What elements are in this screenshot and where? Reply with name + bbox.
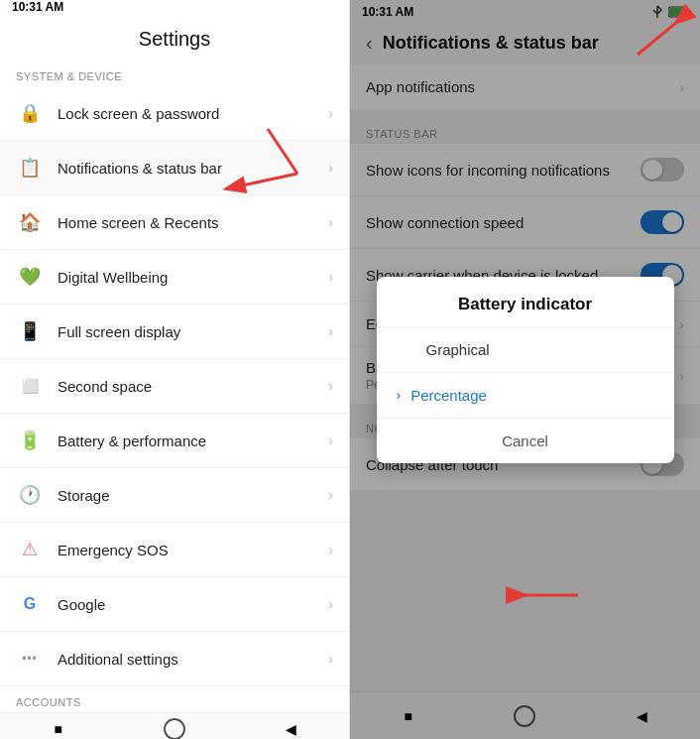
right-panel: 10:31 AM ‹ Notifications & status bar <box>350 0 700 739</box>
additional-label: Additional settings <box>58 651 328 668</box>
nav-back-btn[interactable]: ◀ <box>275 713 306 739</box>
google-label: Google <box>58 596 328 613</box>
home-screen-label: Home screen & Recents <box>58 214 328 231</box>
section-system-label: SYSTEM & DEVICE <box>0 61 349 86</box>
storage-icon: 🕐 <box>16 481 44 509</box>
nav-stop-btn[interactable]: ■ <box>43 713 74 739</box>
additional-arrow: › <box>328 651 333 667</box>
notifications-icon: 📋 <box>16 154 44 182</box>
back-icon: ◀ <box>286 721 296 737</box>
lock-screen-arrow: › <box>328 105 333 121</box>
battery-label: Battery & performance <box>58 432 328 449</box>
percentage-check-icon: › <box>397 387 402 403</box>
battery-indicator-dialog: Battery indicator Graphical › Percentage <box>377 277 674 463</box>
full-screen-arrow: › <box>328 323 333 339</box>
dialog-option-percentage[interactable]: › Percentage <box>377 373 674 419</box>
home-icon <box>164 718 185 739</box>
home-screen-icon: 🏠 <box>16 208 44 236</box>
dialog-cancel-option[interactable]: Cancel <box>377 419 674 463</box>
digital-wellbeing-icon: 💚 <box>16 263 44 291</box>
dialog-option-percentage-label: Percentage <box>410 387 487 404</box>
menu-item-storage[interactable]: 🕐 Storage › <box>0 468 349 523</box>
dialog-option-graphical[interactable]: Graphical <box>377 327 674 373</box>
dialog-overlay: Battery indicator Graphical › Percentage <box>350 0 700 739</box>
page-title-left: Settings <box>0 14 349 61</box>
menu-item-additional[interactable]: ••• Additional settings › <box>0 632 349 686</box>
full-screen-icon: 📱 <box>16 317 44 345</box>
menu-item-home-screen[interactable]: 🏠 Home screen & Recents › <box>0 195 349 250</box>
dialog-title: Battery indicator <box>377 277 674 327</box>
home-screen-arrow: › <box>328 214 333 230</box>
dialog-option-graphical-label: Graphical <box>426 341 490 358</box>
menu-item-full-screen[interactable]: 📱 Full screen display › <box>0 305 349 359</box>
section-accounts-label: ACCOUNTS <box>0 686 349 712</box>
storage-label: Storage <box>58 487 328 504</box>
notifications-label: Notifications & status bar <box>58 160 328 177</box>
emergency-sos-arrow: › <box>328 542 333 557</box>
second-space-icon: ⬜ <box>16 372 44 400</box>
menu-item-google[interactable]: G Google › <box>0 577 349 632</box>
emergency-sos-label: Emergency SOS <box>58 542 328 558</box>
second-space-label: Second space <box>58 378 328 395</box>
second-space-arrow: › <box>328 378 333 394</box>
left-panel: 10:31 AM Settings SYSTEM & DEVICE 🔒 Lock… <box>0 0 350 739</box>
stop-icon: ■ <box>54 721 61 737</box>
nav-home-btn[interactable] <box>159 713 190 739</box>
time-left: 10:31 AM <box>12 0 63 14</box>
battery-icon: 🔋 <box>16 427 44 454</box>
google-arrow: › <box>328 596 333 612</box>
menu-item-lock-screen[interactable]: 🔒 Lock screen & password › <box>0 86 349 141</box>
full-screen-label: Full screen display <box>58 323 328 340</box>
digital-wellbeing-label: Digital Wellbeing <box>58 269 328 286</box>
google-icon: G <box>16 590 44 618</box>
additional-icon: ••• <box>16 645 44 673</box>
notifications-arrow: › <box>328 160 333 176</box>
dialog-cancel-label: Cancel <box>502 432 548 449</box>
menu-item-digital-wellbeing[interactable]: 💚 Digital Wellbeing › <box>0 250 349 305</box>
menu-item-battery[interactable]: 🔋 Battery & performance › <box>0 414 349 468</box>
emergency-sos-icon: ⚠ <box>16 536 44 563</box>
lock-screen-icon: 🔒 <box>16 99 44 127</box>
bottom-nav-left: ■ ◀ <box>0 712 349 739</box>
storage-arrow: › <box>328 487 333 503</box>
menu-item-second-space[interactable]: ⬜ Second space › <box>0 359 349 414</box>
battery-arrow: › <box>328 432 333 448</box>
digital-wellbeing-arrow: › <box>328 269 333 285</box>
status-bar-left: 10:31 AM <box>0 0 349 14</box>
lock-screen-label: Lock screen & password <box>58 105 328 122</box>
menu-item-emergency-sos[interactable]: ⚠ Emergency SOS › <box>0 523 349 577</box>
menu-item-notifications[interactable]: 📋 Notifications & status bar › <box>0 141 349 195</box>
